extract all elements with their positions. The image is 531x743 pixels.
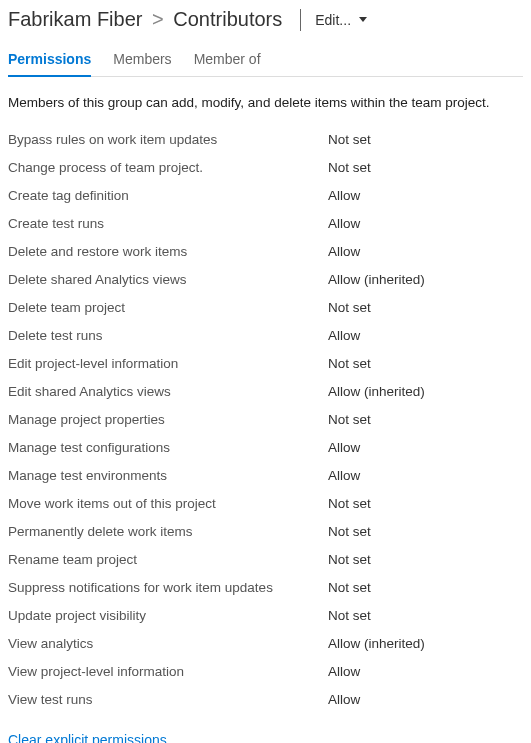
permission-value[interactable]: Not set	[328, 294, 523, 322]
permission-value[interactable]: Allow	[328, 322, 523, 350]
permission-label: Permanently delete work items	[8, 518, 328, 546]
permission-label: Delete and restore work items	[8, 238, 328, 266]
permission-label: Suppress notifications for work item upd…	[8, 574, 328, 602]
page-header: Fabrikam Fiber > Contributors Edit...	[8, 8, 523, 31]
permission-value[interactable]: Allow	[328, 658, 523, 686]
permission-value[interactable]: Allow	[328, 462, 523, 490]
breadcrumb: Fabrikam Fiber > Contributors	[8, 8, 282, 31]
permission-label: Create tag definition	[8, 182, 328, 210]
permission-label: Delete shared Analytics views	[8, 266, 328, 294]
permission-value[interactable]: Allow	[328, 238, 523, 266]
permission-label: Rename team project	[8, 546, 328, 574]
breadcrumb-group: Contributors	[173, 8, 282, 30]
permission-value[interactable]: Not set	[328, 602, 523, 630]
permission-label: Edit shared Analytics views	[8, 378, 328, 406]
permission-label: Manage project properties	[8, 406, 328, 434]
permission-value[interactable]: Not set	[328, 126, 523, 154]
permissions-table: Bypass rules on work item updatesNot set…	[8, 126, 523, 714]
permission-value[interactable]: Not set	[328, 406, 523, 434]
tabs-bar: Permissions Members Member of	[8, 51, 523, 77]
permission-label: Delete test runs	[8, 322, 328, 350]
permission-value[interactable]: Allow (inherited)	[328, 630, 523, 658]
permission-label: Create test runs	[8, 210, 328, 238]
permission-label: Bypass rules on work item updates	[8, 126, 328, 154]
permission-label: Manage test configurations	[8, 434, 328, 462]
permission-value[interactable]: Allow	[328, 686, 523, 714]
permission-value[interactable]: Not set	[328, 490, 523, 518]
edit-dropdown-label: Edit...	[315, 12, 351, 28]
permission-value[interactable]: Allow (inherited)	[328, 266, 523, 294]
tab-members[interactable]: Members	[113, 51, 171, 76]
actions-row: Clear explicit permissions	[8, 732, 523, 743]
permission-value[interactable]: Allow	[328, 210, 523, 238]
permission-label: View test runs	[8, 686, 328, 714]
clear-explicit-permissions-link[interactable]: Clear explicit permissions	[8, 732, 167, 743]
header-divider	[300, 9, 301, 31]
permission-value[interactable]: Allow (inherited)	[328, 378, 523, 406]
permission-label: Manage test environments	[8, 462, 328, 490]
permission-label: Update project visibility	[8, 602, 328, 630]
permission-label: Change process of team project.	[8, 154, 328, 182]
permission-label: View analytics	[8, 630, 328, 658]
chevron-down-icon	[359, 17, 367, 22]
permission-value[interactable]: Allow	[328, 434, 523, 462]
tab-permissions[interactable]: Permissions	[8, 51, 91, 77]
permission-label: View project-level information	[8, 658, 328, 686]
permission-label: Delete team project	[8, 294, 328, 322]
permission-value[interactable]: Allow	[328, 182, 523, 210]
permission-label: Edit project-level information	[8, 350, 328, 378]
tab-member-of[interactable]: Member of	[194, 51, 261, 76]
permission-value[interactable]: Not set	[328, 154, 523, 182]
breadcrumb-project[interactable]: Fabrikam Fiber	[8, 8, 142, 30]
permission-value[interactable]: Not set	[328, 350, 523, 378]
permission-label: Move work items out of this project	[8, 490, 328, 518]
permission-value[interactable]: Not set	[328, 518, 523, 546]
breadcrumb-separator: >	[152, 8, 164, 30]
group-description: Members of this group can add, modify, a…	[8, 95, 523, 110]
permission-value[interactable]: Not set	[328, 546, 523, 574]
permission-value[interactable]: Not set	[328, 574, 523, 602]
edit-dropdown[interactable]: Edit...	[311, 12, 367, 28]
